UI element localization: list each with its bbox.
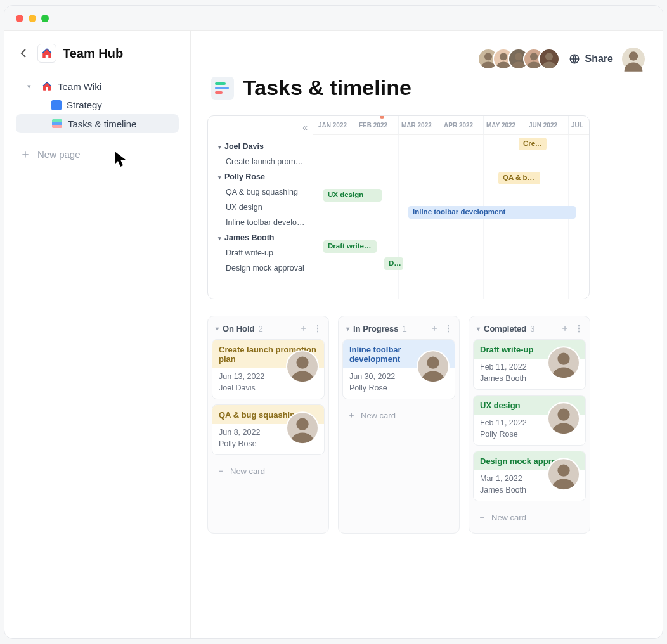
timeline-task-row[interactable]: Create launch promot...	[208, 154, 313, 169]
kanban-card[interactable]: Draft write-upFeb 11, 2022James Booth	[473, 339, 586, 390]
page-title: Tasks & timeline	[211, 75, 663, 100]
kanban-column-count: 3	[530, 324, 534, 333]
timeline-month-header: FEB 2022	[356, 116, 398, 134]
timeline-task-row[interactable]: Inline toolbar develop...	[208, 215, 313, 230]
kanban-board: ▾On Hold2＋⋮Create launch promotion planJ…	[207, 316, 663, 534]
add-card-icon[interactable]: ＋	[299, 323, 308, 334]
main-content: Share Tasks & timeline « Joel DavisCr	[191, 31, 663, 638]
timeline-group[interactable]: James Booth	[208, 230, 313, 245]
window-close-dot[interactable]	[16, 15, 23, 22]
hub-icon	[37, 44, 56, 63]
sidebar-item-team-wiki[interactable]: ▾ Team Wiki	[16, 77, 179, 96]
kanban-card[interactable]: Create launch promotion planJun 13, 2022…	[212, 339, 325, 399]
timeline-month-header: MAR 2022	[398, 116, 441, 134]
new-card-label: New card	[361, 411, 396, 420]
timeline-group[interactable]: Polly Rose	[208, 169, 313, 184]
sidebar-item-label: Tasks & timeline	[68, 119, 136, 129]
today-indicator	[382, 116, 382, 299]
kanban-column-header: ▾In Progress1＋⋮	[339, 316, 459, 339]
column-menu-icon[interactable]: ⋮	[444, 323, 453, 333]
kanban-column-count: 2	[259, 324, 263, 333]
timeline-task-list: « Joel DavisCreate launch promot...Polly…	[208, 116, 313, 299]
timeline-task-row[interactable]: UX design	[208, 200, 313, 215]
kanban-card[interactable]: Design mock approvalMar 1, 2022James Boo…	[473, 451, 586, 501]
app-window: Team Hub ▾ Team Wiki Strategy Tasks & ti…	[4, 5, 663, 639]
titlebar	[4, 6, 663, 31]
timeline-panel: « Joel DavisCreate launch promot...Polly…	[207, 115, 590, 299]
kanban-card[interactable]: UX designFeb 11, 2022Polly Rose	[473, 395, 586, 446]
new-card-button[interactable]: ＋New card	[208, 460, 328, 482]
kanban-column: ▾On Hold2＋⋮Create launch promotion planJ…	[207, 316, 329, 534]
timeline-bar[interactable]: Cre...	[519, 138, 547, 150]
new-page-button[interactable]: ＋ New page	[16, 142, 179, 166]
new-page-label: New page	[37, 149, 81, 160]
sidebar-item-strategy[interactable]: Strategy	[16, 96, 179, 114]
card-avatar	[286, 350, 319, 383]
kanban-column-title: On Hold	[223, 324, 255, 333]
timeline-group[interactable]: Joel Davis	[208, 139, 313, 154]
plus-icon: ＋	[20, 148, 31, 160]
kanban-column-header: ▾Completed3＋⋮	[469, 316, 590, 339]
new-card-label: New card	[230, 467, 265, 476]
timeline-bar[interactable]: Inline toolbar development	[408, 206, 576, 219]
timeline-bar[interactable]: QA & bu...	[498, 172, 540, 184]
kanban-column-header: ▾On Hold2＋⋮	[208, 316, 328, 339]
card-avatar	[547, 402, 580, 435]
card-avatar	[286, 411, 319, 444]
chevron-down-icon: ▾	[27, 82, 36, 91]
card-avatar	[547, 346, 580, 379]
topbar: Share	[207, 48, 663, 70]
plus-icon: ＋	[347, 409, 356, 421]
timeline-bar[interactable]: UX design	[323, 189, 382, 202]
collaborator-avatars	[484, 48, 560, 70]
sidebar-item-label: Strategy	[67, 100, 102, 110]
window-zoom-dot[interactable]	[41, 15, 49, 22]
timeline-bar[interactable]: D...	[384, 257, 403, 270]
plus-icon: ＋	[217, 465, 225, 477]
timeline-task-row[interactable]: QA & bug squashing	[208, 184, 313, 200]
collapse-icon[interactable]: «	[302, 122, 308, 132]
timeline-month-header: JAN 2022	[313, 116, 356, 134]
kanban-column-count: 1	[403, 324, 407, 333]
kanban-card[interactable]: QA & bug squashingJun 8, 2022Polly Rose	[212, 404, 325, 455]
timeline-icon	[51, 118, 63, 129]
hub-title: Team Hub	[63, 46, 123, 61]
timeline-month-header: APR 2022	[441, 116, 483, 134]
timeline-task-row[interactable]: Draft write-up	[208, 245, 313, 261]
card-assignee: Polly Rose	[349, 383, 448, 392]
card-avatar	[417, 350, 450, 383]
sidebar: Team Hub ▾ Team Wiki Strategy Tasks & ti…	[4, 31, 191, 638]
new-card-button[interactable]: ＋New card	[469, 506, 590, 528]
timeline-icon	[211, 77, 234, 100]
card-avatar	[547, 458, 580, 491]
window-minimize-dot[interactable]	[29, 15, 36, 22]
house-icon	[41, 80, 53, 92]
sidebar-item-tasks-timeline[interactable]: Tasks & timeline	[16, 114, 179, 133]
back-button[interactable]	[16, 46, 31, 61]
kanban-column: ▾Completed3＋⋮Draft write-upFeb 11, 2022J…	[469, 316, 590, 534]
kanban-column-title: Completed	[484, 324, 526, 333]
plus-icon: ＋	[478, 512, 486, 523]
card-assignee: Joel Davis	[219, 383, 318, 392]
share-label: Share	[585, 53, 613, 65]
kanban-column: ▾In Progress1＋⋮Inline toolbar developmen…	[338, 316, 460, 534]
kanban-card[interactable]: Inline toolbar developmentJun 30, 2022Po…	[342, 339, 455, 399]
kanban-column-title: In Progress	[353, 324, 399, 333]
new-card-label: New card	[491, 513, 526, 522]
collaborator-avatar[interactable]	[538, 48, 560, 70]
timeline-bar[interactable]: Draft write-...	[323, 240, 377, 253]
page-title-text: Tasks & timeline	[243, 75, 411, 100]
timeline-chart[interactable]: JAN 2022FEB 2022MAR 2022APR 2022MAY 2022…	[313, 116, 589, 299]
timeline-task-row[interactable]: Design mock approval	[208, 261, 313, 276]
timeline-month-header: JUN 2022	[526, 116, 568, 134]
column-menu-icon[interactable]: ⋮	[313, 323, 322, 333]
share-button[interactable]: Share	[569, 53, 613, 65]
add-card-icon[interactable]: ＋	[430, 323, 439, 334]
sidebar-item-label: Team Wiki	[58, 81, 101, 92]
timeline-month-header: MAY 2022	[483, 116, 526, 134]
new-card-button[interactable]: ＋New card	[339, 404, 459, 426]
column-menu-icon[interactable]: ⋮	[574, 323, 583, 333]
add-card-icon[interactable]: ＋	[560, 323, 569, 334]
doc-icon	[51, 100, 62, 110]
current-user-avatar[interactable]	[622, 48, 645, 70]
